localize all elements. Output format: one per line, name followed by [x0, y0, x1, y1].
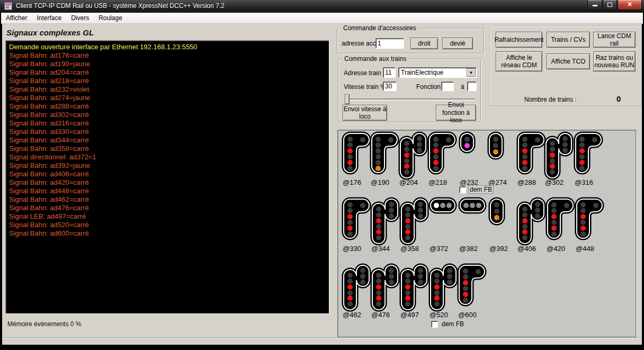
checkbox-label: dem FB	[440, 320, 466, 328]
speed-label: Vitesse train %	[344, 83, 386, 91]
speed-input[interactable]	[383, 82, 397, 91]
straight-button[interactable]: droit	[410, 38, 438, 49]
checkbox-box[interactable]	[431, 321, 438, 328]
console-line: Signal LEB: ad497=carré	[9, 212, 329, 221]
signal-label: @406	[517, 245, 536, 253]
console-line: Signal Bahn: ad448=carré	[9, 187, 329, 195]
console-line: Signal Bahn: ad204=carré	[9, 68, 329, 77]
signal-520	[431, 265, 456, 310]
menu-item-interface[interactable]: Interface	[32, 13, 66, 24]
signal-204	[400, 133, 426, 178]
signal-288	[518, 133, 544, 173]
menu-item-roulage[interactable]: Roulage	[94, 13, 127, 24]
console-line: Signal Bahn: ad520=carré	[9, 221, 329, 229]
console-line: Signal Bahn: ad274=jaune	[9, 94, 329, 102]
console-line: Signal Bahn: ad358=carré	[9, 145, 329, 153]
signal-462	[344, 265, 369, 310]
console-line: Signal Bahn: ad462=carré	[9, 195, 329, 204]
function-from-input[interactable]	[441, 82, 454, 91]
train-count-value: 0	[616, 94, 621, 103]
control-panel: Rafraichissement Trains / CVs Lance CDM …	[490, 26, 642, 106]
signal-176	[344, 133, 369, 173]
minimize-icon	[593, 5, 597, 6]
signal-label: @190	[371, 178, 389, 186]
send-speed-button[interactable]: Envoi vitesse à loco	[343, 105, 387, 121]
signal-497	[401, 265, 427, 310]
signal-600	[459, 265, 485, 304]
send-function-button[interactable]: Envoi fonction à loco	[436, 105, 476, 121]
signal-476	[372, 265, 398, 310]
signal-label: @420	[547, 245, 565, 253]
to-label: à	[461, 83, 464, 91]
menu-item-afficher[interactable]: Afficher	[1, 13, 32, 24]
console-line: Signal Bahn: ad232=violet	[9, 85, 329, 94]
launch-cdm-button[interactable]: Lance CDM rail	[593, 32, 636, 48]
accessories-group-title: Commande d'accessoires	[342, 24, 418, 32]
console-line: Signal Bahn: ad392=jaune	[9, 161, 329, 170]
window-title: Client TCP-IP CDM Rail ou USB - système …	[16, 2, 225, 10]
signal-190	[372, 133, 397, 173]
app-window: Client TCP-IP CDM Rail ou USB - système …	[0, 0, 644, 350]
diverge-button[interactable]: devié	[442, 38, 473, 49]
function-label: Fonction:	[416, 83, 442, 91]
signal-label: @218	[428, 178, 447, 186]
slider-groove[interactable]	[345, 98, 476, 101]
signal-panel: @176@190@204@218@232@274@288@302@316@330…	[337, 130, 636, 337]
signal-344	[372, 199, 398, 244]
close-button[interactable]: ✕	[618, 0, 642, 10]
signal-label: @288	[517, 178, 536, 186]
trains-group: Commande aux trains Adresse train : Trai…	[338, 59, 481, 122]
trains-cvs-button[interactable]: Trains / CVs	[547, 32, 590, 48]
console-line: Signal directionnel: ad372=1	[9, 153, 329, 161]
refresh-button[interactable]: Rafraichissement	[496, 32, 542, 48]
dem-fb-checkbox-1[interactable]: dem FB	[459, 185, 494, 194]
accessories-group: Commande d'accessoires adresse acc droit…	[337, 28, 484, 53]
checkbox-label: dem FB	[468, 185, 494, 194]
chevron-down-icon[interactable]: ▼	[467, 68, 476, 77]
menu-item-divers[interactable]: Divers	[66, 13, 94, 24]
signal-label: @372	[430, 245, 448, 253]
app-icon	[4, 2, 12, 10]
console-line: Signal Bahn: ad420=carré	[9, 178, 329, 187]
train-address-input[interactable]	[383, 67, 396, 78]
signal-label: @600	[458, 311, 477, 319]
slider-thumb[interactable]	[345, 94, 350, 104]
show-tco-button[interactable]: Affiche TCO	[547, 53, 590, 69]
minimize-button[interactable]	[587, 0, 602, 10]
signal-302	[546, 133, 571, 178]
console-line: Signal Bahn: ad476=carré	[9, 204, 329, 212]
signal-label: @330	[343, 245, 361, 253]
titlebar[interactable]: Client TCP-IP CDM Rail ou USB - système …	[0, 0, 644, 13]
console-line: Signal Bahn: ad600=carré	[9, 229, 329, 238]
console-line: Signal Bahn: ad302=carré	[9, 111, 329, 119]
train-select[interactable]: TrainElectrique ▼	[398, 67, 477, 78]
statusbar-divider	[2, 337, 642, 338]
signal-label: @176	[343, 178, 361, 186]
signal-330	[344, 199, 369, 238]
console-line: Signal Bahn: ad406=carré	[9, 170, 329, 178]
reset-trains-button[interactable]: Raz trains ou nouveau RUN	[593, 51, 636, 71]
function-to-input[interactable]	[467, 82, 477, 91]
signal-label: @344	[371, 245, 390, 253]
signal-448	[577, 199, 602, 238]
console-line: Signal Bahn: ad288=carré	[9, 102, 329, 111]
train-address-label: Adresse train :	[344, 69, 384, 77]
checkbox-box[interactable]	[459, 186, 466, 193]
show-network-button[interactable]: Affiche le réseau CDM	[496, 51, 542, 71]
maximize-button[interactable]	[603, 0, 617, 10]
signal-420	[548, 199, 573, 238]
signal-label: @204	[399, 178, 418, 186]
signal-label: @448	[576, 245, 594, 253]
signal-382	[460, 199, 485, 212]
signal-392	[490, 199, 503, 223]
train-count-label: Nombre de trains :	[524, 96, 577, 103]
dem-fb-checkbox-2[interactable]: dem FB	[431, 320, 466, 328]
close-icon: ✕	[627, 1, 632, 7]
console-line: Signal Bahn: ad344=carré	[9, 136, 329, 145]
signal-label: @520	[430, 311, 448, 319]
acc-address-input[interactable]	[375, 38, 404, 49]
signal-label: @497	[400, 311, 419, 319]
signal-316	[576, 133, 601, 173]
train-select-value: TrainElectrique	[401, 69, 443, 76]
console: Demande ouverture interface par Ethernet…	[5, 40, 329, 314]
